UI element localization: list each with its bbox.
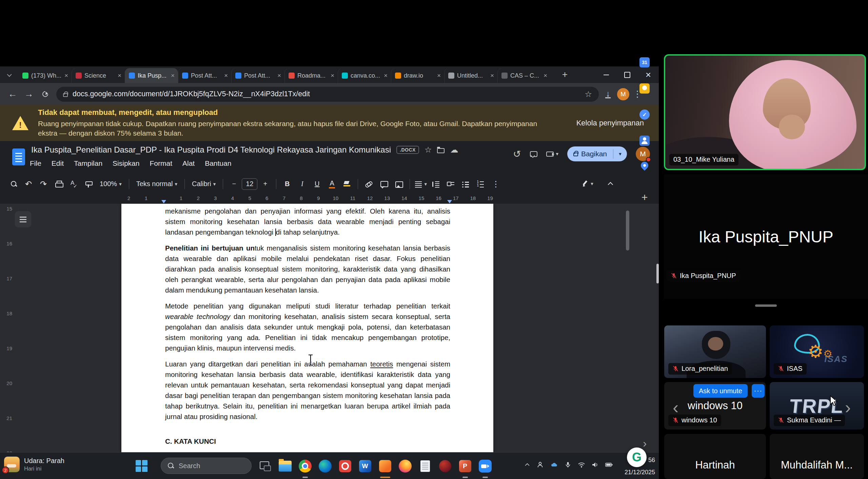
- tab-close-icon[interactable]: ×: [224, 72, 228, 79]
- tab-close-icon[interactable]: ×: [171, 72, 175, 79]
- align-button[interactable]: [414, 177, 428, 191]
- right-indent-marker[interactable]: [447, 200, 452, 203]
- menu-alat[interactable]: Alat: [182, 159, 195, 167]
- zoom-select[interactable]: 100%: [96, 177, 125, 191]
- doc-paragraph[interactable]: Penelitian ini bertujuan untuk menganali…: [165, 243, 450, 295]
- taskbar-app-red-app[interactable]: [335, 453, 355, 479]
- share-dropdown-icon[interactable]: [613, 151, 627, 157]
- next-page-icon[interactable]: [845, 399, 851, 416]
- grammarly-badge[interactable]: G: [627, 447, 647, 467]
- taskbar-app-zoom[interactable]: [475, 453, 495, 479]
- add-addon-button[interactable]: [642, 191, 648, 204]
- doc-paragraph[interactable]: Luaran yang ditargetkan dari penelitian …: [165, 359, 450, 422]
- forward-button[interactable]: →: [22, 87, 36, 101]
- previous-page-icon[interactable]: [673, 399, 678, 416]
- maps-icon[interactable]: [639, 160, 650, 171]
- taskbar-app-word[interactable]: W: [355, 453, 375, 479]
- search-input[interactable]: [179, 462, 236, 470]
- font-size-input[interactable]: 12: [242, 178, 257, 190]
- mic-icon[interactable]: [564, 461, 572, 469]
- browser-tab[interactable]: canva.co...×: [338, 68, 391, 83]
- line-spacing-button[interactable]: [429, 177, 443, 191]
- decrease-font-button[interactable]: −: [227, 177, 241, 191]
- taskbar-app-firefox[interactable]: [395, 453, 415, 479]
- paragraph-style-select[interactable]: Teks normal: [133, 177, 181, 191]
- share-button[interactable]: Bagikan: [567, 146, 627, 161]
- tab-close-icon[interactable]: ×: [544, 72, 547, 79]
- tab-close-icon[interactable]: ×: [118, 72, 121, 79]
- panel-drag-handle[interactable]: [755, 304, 777, 307]
- new-tab-button[interactable]: [559, 69, 570, 80]
- redo-button[interactable]: [37, 177, 51, 191]
- numbered-list-button[interactable]: [473, 177, 488, 191]
- wifi-icon[interactable]: [577, 461, 586, 469]
- more-options-button[interactable]: [488, 177, 502, 191]
- taskbar-app-chrome[interactable]: [295, 453, 315, 479]
- menu-sisipkan[interactable]: Sisipkan: [113, 159, 139, 167]
- ask-to-unmute-button[interactable]: Ask to unmute: [693, 384, 748, 398]
- participant-tile[interactable]: Hartinah: [664, 434, 766, 479]
- underline-button[interactable]: U: [310, 177, 324, 191]
- back-button[interactable]: ←: [5, 87, 20, 101]
- paint-format-button[interactable]: [81, 177, 96, 191]
- address-bar[interactable]: docs.google.com/document/d/1JROKbj5fqZLV…: [56, 87, 599, 102]
- move-folder-icon[interactable]: [437, 148, 445, 153]
- search-menus-button[interactable]: [7, 177, 21, 191]
- taskbar-app-file-explorer[interactable]: [275, 453, 295, 479]
- editing-mode-button[interactable]: [580, 177, 594, 191]
- menu-format[interactable]: Format: [150, 159, 172, 167]
- document-page[interactable]: mekanisme pengolahan dan penyajian infor…: [121, 204, 493, 452]
- menu-edit[interactable]: Edit: [52, 159, 64, 167]
- italic-button[interactable]: I: [295, 177, 309, 191]
- increase-font-button[interactable]: +: [258, 177, 272, 191]
- window-resize-handle[interactable]: [656, 264, 659, 283]
- tab-close-icon[interactable]: ×: [331, 72, 334, 79]
- manage-storage-link[interactable]: Kelola penyimpanan: [576, 119, 644, 127]
- document-text[interactable]: mekanisme pengolahan dan penyajian infor…: [121, 204, 493, 446]
- spellcheck-button[interactable]: [66, 177, 81, 191]
- participant-tile[interactable]: ISAS ISAS: [770, 325, 864, 378]
- start-button[interactable]: [135, 459, 148, 472]
- onedrive-icon[interactable]: [550, 461, 558, 469]
- browser-tab[interactable]: Roadma...×: [284, 68, 338, 83]
- meet-button[interactable]: [546, 151, 559, 157]
- browser-tab[interactable]: draw.io×: [391, 68, 444, 83]
- tab-search-button[interactable]: [5, 71, 14, 79]
- participant-tile[interactable]: Muhdalifah M...: [770, 434, 864, 479]
- calendar-icon[interactable]: 31: [639, 57, 650, 67]
- taskbar-app-task-view[interactable]: [255, 453, 275, 479]
- minimize-button[interactable]: [596, 66, 617, 83]
- taskbar-app-edge[interactable]: [315, 453, 335, 479]
- browser-tab[interactable]: Science×: [72, 68, 125, 83]
- doc-paragraph[interactable]: mekanisme pengolahan dan penyajian infor…: [165, 206, 450, 237]
- url-text[interactable]: docs.google.com/document/d/1JROKbj5fqZLV…: [73, 90, 580, 98]
- tab-close-icon[interactable]: ×: [277, 72, 281, 79]
- star-doc-icon[interactable]: [425, 145, 432, 155]
- taskbar-app-powerpoint[interactable]: P: [455, 453, 475, 479]
- browser-tab[interactable]: Untitled...×: [444, 68, 497, 83]
- maximize-button[interactable]: [617, 66, 638, 83]
- people-icon[interactable]: [536, 461, 544, 469]
- collapse-toolbar-button[interactable]: [604, 177, 618, 191]
- menu-file[interactable]: File: [30, 159, 41, 167]
- browser-profile-avatar[interactable]: M: [617, 88, 629, 100]
- volume-icon[interactable]: [591, 461, 599, 469]
- comments-icon[interactable]: [530, 151, 537, 157]
- horizontal-ruler[interactable]: 2112345678910111213141516171819: [0, 194, 659, 204]
- self-video-tile[interactable]: Ika Puspita_PNUP Ika Puspita_PNUP: [664, 174, 868, 299]
- browser-tab[interactable]: Post Att...×: [178, 68, 231, 83]
- menu-bantuan[interactable]: Bantuan: [205, 159, 231, 167]
- downloads-icon[interactable]: [601, 87, 615, 101]
- participant-tile[interactable]: Lora_penelitian: [664, 325, 766, 378]
- version-history-icon[interactable]: [513, 148, 521, 160]
- scrollbar-thumb[interactable]: [626, 211, 629, 251]
- contacts-icon[interactable]: [639, 136, 650, 146]
- undo-button[interactable]: [22, 177, 36, 191]
- checklist-button[interactable]: [443, 177, 458, 191]
- tab-close-icon[interactable]: ×: [490, 72, 494, 79]
- battery-icon[interactable]: [605, 461, 613, 469]
- tasks-icon[interactable]: [639, 109, 650, 120]
- bookmark-star-icon[interactable]: [585, 89, 592, 99]
- keep-icon[interactable]: [639, 83, 650, 94]
- taskbar-app-orange-app[interactable]: [375, 453, 395, 479]
